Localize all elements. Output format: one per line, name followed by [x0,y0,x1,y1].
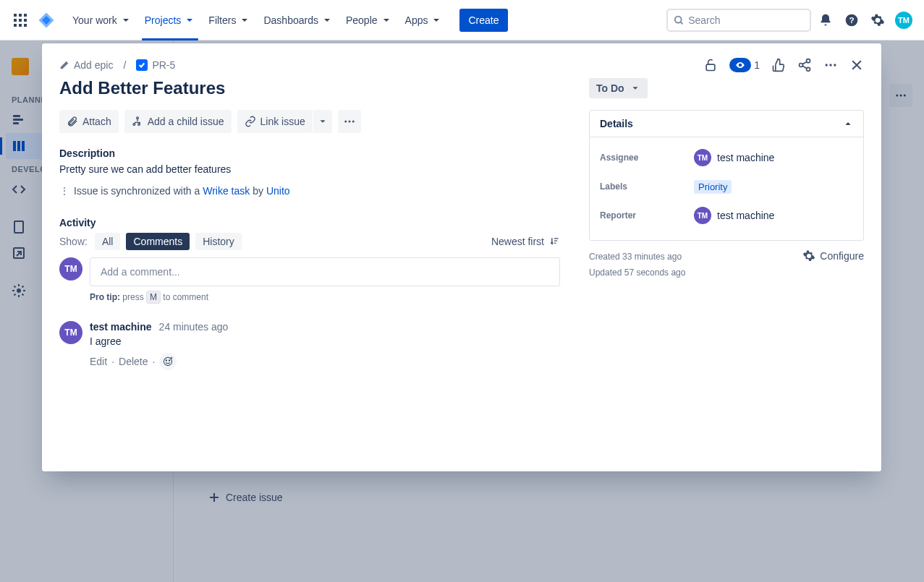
chevron-down-icon [431,14,442,26]
more-toolbar-button[interactable] [338,110,361,133]
svg-rect-3 [14,19,17,22]
link-issue-dropdown[interactable] [313,110,332,133]
comment-edit[interactable]: Edit [90,356,107,367]
add-epic-label: Add epic [74,59,113,71]
svg-point-39 [166,360,167,361]
sort-newest-first[interactable]: Newest first [491,236,560,247]
svg-rect-2 [24,14,27,17]
modal-actions: 1 [703,58,864,72]
label-chip: Priority [694,180,732,194]
comment-author[interactable]: test machine [90,321,152,333]
chevron-down-icon [630,83,640,93]
chevron-down-icon [321,14,333,26]
sync-line: ⋮ Issue is synchronized with a Wrike tas… [59,185,560,197]
description-label: Description [59,147,560,159]
link-issue-button[interactable]: Link issue [237,110,313,133]
more-icon [823,58,838,72]
profile-avatar[interactable]: TM [892,9,915,32]
comment-input[interactable]: Add a comment... [90,257,560,286]
add-epic-link[interactable]: Add epic [59,59,113,71]
top-nav: Your work Projects Filters Dashboards Pe… [0,0,924,40]
comment-react-button[interactable] [159,353,177,370]
reporter-value[interactable]: TM test machine [694,207,774,224]
search-box[interactable] [666,9,811,32]
nav-filters[interactable]: Filters [203,9,256,32]
watch-button[interactable]: 1 [729,58,760,72]
chevron-down-icon [184,14,195,26]
nav-projects[interactable]: Projects [139,9,202,32]
nav-label: Projects [145,14,182,26]
reporter-name: test machine [717,210,774,221]
svg-point-32 [344,121,347,123]
chevron-down-icon [239,14,250,26]
assignee-value[interactable]: TM test machine [694,149,774,166]
status-dropdown[interactable]: To Do [589,78,648,98]
nav-label: Apps [405,14,428,26]
jira-logo-icon[interactable] [35,9,58,32]
task-icon [136,59,148,71]
tab-comments[interactable]: Comments [126,233,190,250]
chevron-up-icon [843,119,853,129]
tab-all[interactable]: All [95,233,121,250]
avatar: TM [694,207,711,224]
nav-label: Filters [208,14,236,26]
reporter-key: Reporter [600,210,694,221]
activity-label: Activity [59,217,560,228]
link-issue-label: Link issue [260,116,305,127]
unlock-icon [703,58,718,72]
wrike-task-link[interactable]: Wrike task [203,185,250,197]
notifications-icon[interactable] [814,9,837,32]
svg-rect-6 [14,24,17,27]
svg-rect-8 [24,24,27,27]
description-text[interactable]: Pretty sure we can add better features [59,163,560,175]
settings-icon[interactable] [866,9,889,32]
avatar: TM [694,149,711,166]
breadcrumb-separator: / [123,59,126,71]
svg-rect-37 [554,243,556,244]
nav-apps[interactable]: Apps [399,9,449,32]
nav-people[interactable]: People [340,9,398,32]
labels-value[interactable]: Priority [694,180,732,194]
close-button[interactable] [849,58,864,72]
search-input[interactable] [688,14,804,26]
tab-history[interactable]: History [195,233,242,250]
thumbs-up-icon [771,58,786,72]
protip-label: Pro tip: [90,292,120,302]
nav-label: Dashboards [263,14,318,26]
svg-rect-4 [19,19,22,22]
nav-your-work[interactable]: Your work [67,9,137,32]
details-title: Details [600,118,633,129]
vote-button[interactable] [771,58,786,72]
share-icon [797,58,812,72]
app-switcher-icon[interactable] [9,9,32,32]
gear-icon [802,249,815,262]
issue-title[interactable]: Add Better Features [59,78,560,98]
more-icon [343,115,356,128]
create-button[interactable]: Create [459,9,507,32]
labels-key: Labels [600,181,694,192]
issue-key-link[interactable]: PR-5 [136,59,175,71]
svg-rect-1 [19,14,22,17]
issue-key-label: PR-5 [152,59,175,71]
close-icon [849,58,864,72]
watch-count: 1 [754,59,760,71]
details-toggle[interactable]: Details [590,111,863,137]
issue-modal: Add epic / PR-5 1 [42,43,881,471]
unito-link[interactable]: Unito [266,185,290,197]
svg-rect-5 [24,19,27,22]
nav-dashboards[interactable]: Dashboards [258,9,339,32]
lock-button[interactable] [703,58,718,72]
help-icon[interactable]: ? [840,9,863,32]
svg-rect-24 [706,64,715,70]
add-child-button[interactable]: Add a child issue [124,110,232,133]
configure-button[interactable]: Configure [802,249,864,262]
drag-handle-icon[interactable]: ⋮ [59,186,69,196]
attach-button[interactable]: Attach [59,110,119,133]
svg-rect-36 [554,240,557,241]
comment-delete[interactable]: Delete [119,356,148,367]
protip-key: M [146,291,161,304]
share-button[interactable] [797,58,812,72]
show-label: Show: [59,236,88,247]
protip-press: press [120,292,146,302]
more-actions-button[interactable] [823,58,838,72]
